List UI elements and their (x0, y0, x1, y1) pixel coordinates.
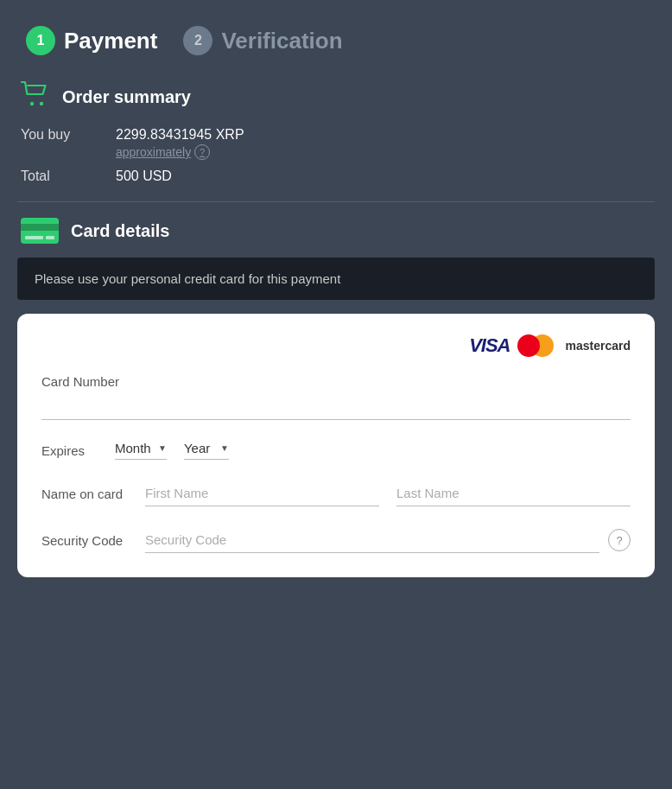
visa-logo: VISA (469, 334, 510, 357)
warning-banner: Please use your personal credit card for… (17, 258, 655, 300)
name-row: Name on card (41, 480, 631, 506)
step-1-circle: 1 (26, 26, 55, 55)
order-table: You buy 2299.83431945 XRP approximately … (17, 127, 655, 184)
security-code-label: Security Code (41, 533, 128, 553)
order-summary-title-row: Order summary (17, 81, 655, 113)
credit-card-icon (21, 218, 59, 244)
order-row-total: Total 500 USD (21, 169, 655, 184)
expires-row: Expires Month 01 02 03 04 05 06 07 08 09… (41, 441, 631, 460)
name-on-card-label: Name on card (41, 487, 128, 506)
first-name-wrapper (145, 480, 379, 506)
card-details-title: Card details (71, 221, 169, 241)
card-number-input[interactable] (41, 394, 631, 420)
month-dropdown-arrow: ▼ (158, 443, 167, 453)
month-select[interactable]: Month 01 02 03 04 05 06 07 08 09 10 11 1… (115, 441, 155, 455)
card-form: VISA mastercard Card Number Expires Mont… (17, 314, 655, 577)
order-value-youbuy: 2299.83431945 XRP (116, 127, 244, 143)
step-2: 2 Verification (183, 26, 342, 55)
order-label-youbuy: You buy (21, 127, 90, 143)
steps-header: 1 Payment 2 Verification (17, 26, 655, 55)
cart-icon (21, 81, 50, 113)
order-label-total: Total (21, 169, 90, 184)
order-value-total: 500 USD (116, 169, 172, 184)
section-divider (17, 201, 655, 202)
month-select-wrapper[interactable]: Month 01 02 03 04 05 06 07 08 09 10 11 1… (115, 441, 167, 460)
security-code-row: Security Code ? (41, 527, 631, 553)
card-details-section: Card details Please use your personal cr… (17, 218, 655, 577)
step-2-label: Verification (221, 28, 342, 54)
card-number-field: Card Number (41, 374, 631, 420)
svg-point-1 (40, 102, 43, 105)
security-code-help-icon[interactable]: ? (608, 529, 631, 551)
step-1-label: Payment (64, 28, 157, 54)
order-summary-section: Order summary You buy 2299.83431945 XRP … (17, 81, 655, 184)
last-name-wrapper (396, 480, 631, 506)
mastercard-logo (517, 334, 554, 357)
year-select-wrapper[interactable]: Year 2024 2025 2026 2027 2028 2029 2030 … (184, 441, 229, 460)
order-summary-title: Order summary (62, 87, 191, 107)
first-name-input[interactable] (145, 480, 379, 506)
svg-point-0 (30, 102, 34, 105)
info-icon[interactable]: ? (194, 144, 210, 160)
year-dropdown-arrow: ▼ (220, 443, 229, 453)
step-1: 1 Payment (26, 26, 157, 55)
order-subvalue-youbuy: approximately ? (116, 144, 244, 160)
card-details-title-row: Card details (17, 218, 655, 244)
security-code-input[interactable] (145, 527, 599, 553)
card-brands: VISA mastercard (41, 334, 631, 357)
step-2-circle: 2 (183, 26, 212, 55)
security-code-input-wrapper: ? (145, 527, 631, 553)
order-value-youbuy-col: 2299.83431945 XRP approximately ? (116, 127, 244, 160)
year-select[interactable]: Year 2024 2025 2026 2027 2028 2029 2030 (184, 441, 217, 455)
mastercard-text: mastercard (566, 339, 631, 353)
order-row-youbuy: You buy 2299.83431945 XRP approximately … (21, 127, 655, 160)
mastercard-red-circle (517, 334, 540, 357)
card-number-label: Card Number (41, 374, 631, 389)
expires-label: Expires (41, 443, 98, 458)
last-name-input[interactable] (396, 480, 631, 506)
